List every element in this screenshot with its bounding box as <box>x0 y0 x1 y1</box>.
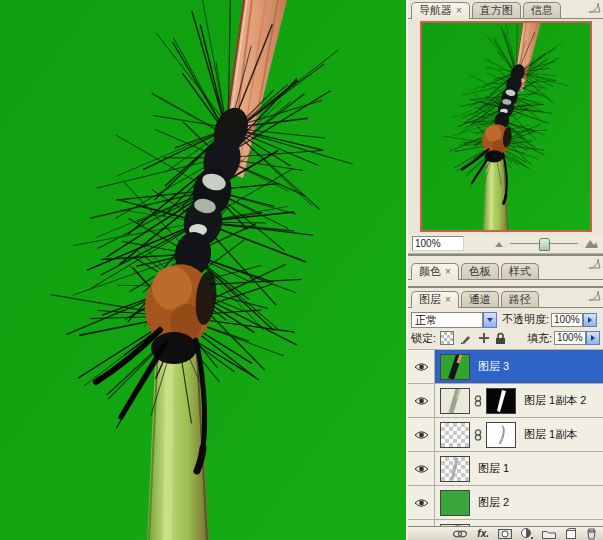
layer-list: 图层 3 图层 1副本 2 <box>408 350 603 526</box>
layer-style-icon[interactable]: fx. <box>477 529 489 539</box>
navigator-thumbnail <box>422 23 590 230</box>
opacity-field[interactable]: 100% <box>551 313 583 327</box>
link-mask-icon[interactable] <box>473 395 483 407</box>
layer-name[interactable]: 图层 2 <box>478 495 509 510</box>
navigator-zoombar: 100% <box>408 234 603 254</box>
link-layers-icon[interactable] <box>452 530 468 538</box>
layer-thumbnail[interactable] <box>440 354 470 380</box>
panel-dock: 导航器× 直方图 信息 100% 颜色× 色板 <box>406 0 603 540</box>
eye-icon <box>414 362 429 372</box>
opacity-arrow-button[interactable] <box>583 313 597 327</box>
layers-tabstrip: 图层× 通道 路径 <box>408 288 603 308</box>
slider-thumb[interactable] <box>539 238 550 251</box>
layer-name[interactable]: 图层 1副本 <box>524 427 577 442</box>
lock-image-brush-icon[interactable] <box>459 332 472 345</box>
delete-layer-trash-icon[interactable] <box>586 528 597 540</box>
layer-thumbnail[interactable] <box>440 422 470 448</box>
tab-channels[interactable]: 通道 <box>461 291 499 307</box>
visibility-toggle[interactable] <box>408 350 435 383</box>
visibility-toggle[interactable] <box>408 384 435 417</box>
eye-icon <box>414 396 429 406</box>
layers-footer: fx. <box>408 526 603 540</box>
lock-row: 锁定: 填充: 100% <box>408 329 603 350</box>
navigator-panel <box>408 19 603 234</box>
chevron-right-icon <box>588 317 592 323</box>
add-layer-mask-icon[interactable] <box>498 529 512 539</box>
eye-icon <box>414 464 429 474</box>
blend-mode-select[interactable]: 正常 <box>411 312 497 328</box>
fill-arrow-button[interactable] <box>586 331 600 345</box>
layer-mask-thumbnail[interactable] <box>486 388 516 414</box>
zoom-out-icon[interactable] <box>494 239 504 249</box>
lock-label: 锁定: <box>411 331 436 346</box>
panel-curl-icon <box>588 258 601 269</box>
close-icon[interactable]: × <box>456 5 462 16</box>
layer-row[interactable]: 图层 1副本 2 <box>408 384 603 418</box>
layer-row[interactable]: 图层 3 <box>408 350 603 384</box>
fill-field[interactable]: 100% <box>554 331 586 345</box>
tab-info[interactable]: 信息 <box>523 2 561 18</box>
tab-swatches[interactable]: 色板 <box>461 263 499 279</box>
layer-row[interactable]: 图层 1 <box>408 452 603 486</box>
color-tabstrip: 颜色× 色板 样式 <box>408 256 603 280</box>
navigator-tabstrip: 导航器× 直方图 信息 <box>408 0 603 19</box>
layer-name[interactable]: 图层 1 <box>478 461 509 476</box>
lock-transparency-icon[interactable] <box>440 331 454 345</box>
eye-icon <box>414 430 429 440</box>
dropdown-arrow-button[interactable] <box>483 312 497 328</box>
visibility-toggle[interactable] <box>408 418 435 451</box>
zoom-percent-field[interactable]: 100% <box>412 236 464 251</box>
layer-thumbnail[interactable] <box>440 388 470 414</box>
lock-position-move-icon[interactable] <box>477 332 490 345</box>
panel-curl-icon <box>588 2 601 13</box>
link-mask-icon[interactable] <box>473 429 483 441</box>
chevron-down-icon <box>487 318 493 322</box>
adjustment-layer-icon[interactable] <box>521 528 533 539</box>
blend-mode-value[interactable]: 正常 <box>411 312 483 328</box>
tab-color[interactable]: 颜色× <box>411 263 459 280</box>
caterpillar-image <box>0 0 406 540</box>
tab-layers[interactable]: 图层× <box>411 291 459 308</box>
chevron-right-icon <box>591 335 595 341</box>
layer-name[interactable]: 图层 1副本 2 <box>524 393 586 408</box>
visibility-toggle[interactable] <box>408 452 435 485</box>
close-icon[interactable]: × <box>445 294 451 305</box>
layer-row[interactable]: 图层 2 <box>408 486 603 520</box>
visibility-toggle[interactable] <box>408 486 435 519</box>
document-canvas[interactable] <box>0 0 406 540</box>
zoom-in-icon[interactable] <box>584 237 599 250</box>
layer-thumbnail[interactable] <box>440 490 470 516</box>
vector-mask-thumbnail[interactable] <box>486 422 516 448</box>
blend-mode-row: 正常 不透明度: 100% <box>408 308 603 329</box>
close-icon[interactable]: × <box>445 266 451 277</box>
fill-label: 填充: <box>527 331 552 346</box>
layer-name[interactable]: 图层 3 <box>478 359 509 374</box>
photoshop-window: 导航器× 直方图 信息 100% 颜色× 色板 <box>0 0 603 540</box>
eye-icon <box>414 498 429 508</box>
panel-curl-icon <box>588 290 601 301</box>
tab-paths[interactable]: 路径 <box>501 291 539 307</box>
tab-styles[interactable]: 样式 <box>501 263 539 279</box>
opacity-label: 不透明度: <box>502 312 549 327</box>
new-group-folder-icon[interactable] <box>542 529 556 539</box>
tab-histogram[interactable]: 直方图 <box>472 2 521 18</box>
navigator-proxy-view[interactable] <box>420 21 592 232</box>
tab-navigator[interactable]: 导航器× <box>411 2 470 19</box>
layer-thumbnail[interactable] <box>440 456 470 482</box>
new-layer-icon[interactable] <box>565 528 577 539</box>
lock-all-icon[interactable] <box>495 332 506 345</box>
zoom-slider[interactable] <box>510 237 578 250</box>
layer-row[interactable]: 图层 1副本 <box>408 418 603 452</box>
